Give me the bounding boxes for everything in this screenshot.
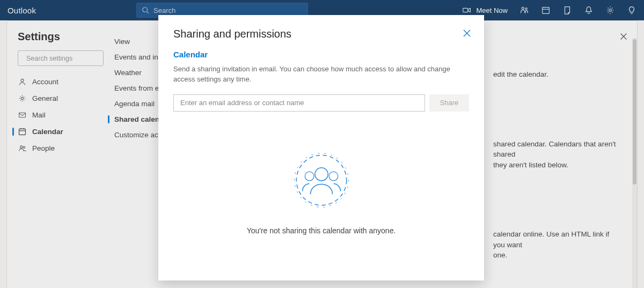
people-illustration-icon [291, 150, 352, 210]
close-icon [463, 29, 471, 37]
modal-close-button[interactable] [459, 26, 474, 41]
svg-point-27 [305, 172, 314, 181]
svg-point-26 [314, 167, 327, 180]
modal-description: Send a sharing invitation in email. You … [173, 64, 469, 85]
modal-subtitle: Calendar [173, 50, 469, 59]
share-button[interactable]: Share [429, 94, 469, 112]
empty-state: You're not sharing this calendar with an… [173, 150, 469, 236]
svg-point-28 [329, 172, 338, 181]
modal-title: Sharing and permissions [173, 28, 469, 40]
svg-point-25 [294, 153, 348, 207]
svg-point-24 [296, 155, 346, 205]
empty-state-text: You're not sharing this calendar with an… [173, 225, 469, 236]
share-email-input[interactable] [173, 94, 425, 112]
sharing-permissions-modal: Sharing and permissions Calendar Send a … [158, 15, 484, 280]
